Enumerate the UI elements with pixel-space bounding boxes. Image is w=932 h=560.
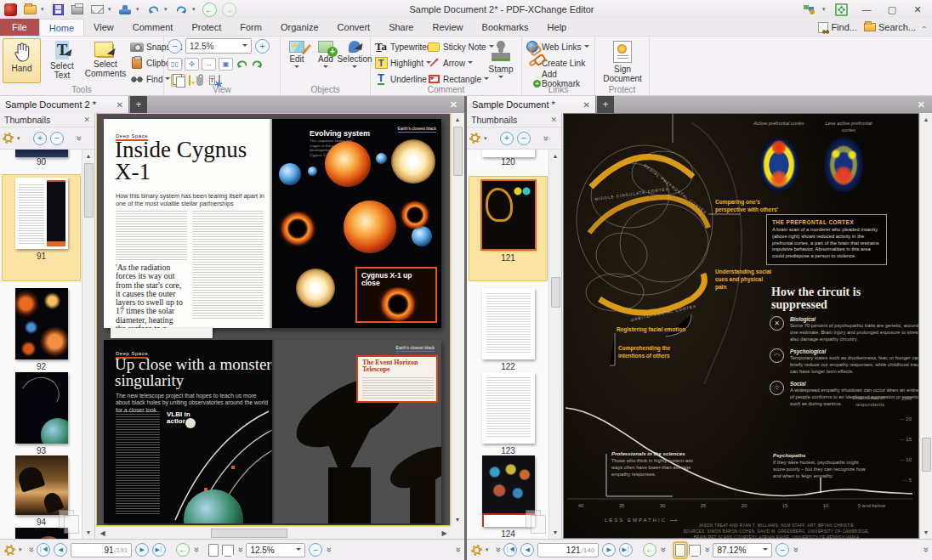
first-page-button[interactable]: ⏐◀	[503, 543, 517, 557]
thumbnails-more-chevron[interactable]: «	[541, 135, 549, 140]
status-chevron[interactable]: «	[702, 547, 711, 552]
tab-share[interactable]: Share	[379, 19, 423, 36]
minimize-button[interactable]: —	[854, 1, 879, 18]
scroll-down-arrow[interactable]: ▼	[82, 526, 94, 539]
save-button[interactable]	[49, 2, 66, 17]
redo-dropdown[interactable]: ▾	[192, 6, 198, 13]
fullscreen-button[interactable]	[828, 1, 854, 18]
status-zoom-out-button[interactable]: −	[309, 543, 322, 557]
thumbnail-item[interactable]: 92	[0, 288, 82, 371]
scroll-right-arrow[interactable]: ▶	[438, 529, 451, 537]
fit-visible-view-icon[interactable]: ▣	[219, 58, 233, 71]
status-options-dropdown[interactable]: ▾	[19, 546, 25, 553]
tab-close-icon[interactable]: ✕	[116, 100, 123, 110]
thumbnails-more-chevron[interactable]: «	[74, 135, 82, 140]
tab-comment[interactable]: Comment	[123, 19, 183, 36]
scroll-down-arrow[interactable]: ▼	[549, 526, 561, 539]
rotate-ccw-button[interactable]	[236, 58, 248, 71]
thumbnails-zoom-in-button[interactable]: +	[500, 132, 514, 145]
thumbnails-options-dropdown[interactable]: ▾	[484, 135, 490, 142]
page-93-thumbnail[interactable]	[15, 372, 68, 444]
properties-panel-icon[interactable]	[219, 76, 220, 85]
scroll-up-arrow[interactable]: ▲	[920, 113, 932, 126]
status-zoom-combo[interactable]: 12.5%	[246, 543, 305, 557]
ui-options-button[interactable]	[797, 1, 822, 18]
right-document-view[interactable]: MIDDLE CINGULATE CORTEX MEDIAL PREFRONTA…	[563, 113, 919, 539]
right-vertical-scrollbar[interactable]: ▲ ▼	[919, 113, 932, 539]
create-link-button[interactable]: Create Link	[526, 56, 585, 70]
selection-button[interactable]: Selection	[340, 38, 369, 83]
arrow-button[interactable]: Arrow	[427, 56, 473, 70]
navigate-forward-button[interactable]: →	[220, 2, 237, 17]
maximize-button[interactable]: ▢	[879, 1, 905, 18]
tab-help[interactable]: Help	[538, 19, 577, 36]
thumbnails-scrollbar[interactable]: ▲ ▼	[548, 150, 561, 539]
select-text-button[interactable]: T Select Text	[43, 38, 81, 83]
panel-close-icon[interactable]: ✕	[83, 116, 90, 124]
fit-width-icon[interactable]	[689, 545, 701, 555]
tab-protect[interactable]: Protect	[182, 19, 230, 36]
redo-button[interactable]	[173, 2, 190, 17]
tab-form[interactable]: Form	[230, 19, 271, 36]
tab-bookmarks[interactable]: Bookmarks	[473, 19, 538, 36]
pane-close-button[interactable]: ✕	[443, 96, 464, 113]
page-120-thumbnail[interactable]	[482, 150, 535, 157]
scroll-down-arrow[interactable]: ▼	[920, 526, 932, 539]
left-horizontal-scrollbar[interactable]: ◀ ▶	[96, 526, 451, 539]
open-button[interactable]	[21, 2, 38, 17]
next-page-button[interactable]: ▶	[602, 543, 616, 557]
thumbnails-options-dropdown[interactable]: ▾	[17, 135, 23, 142]
collapse-ribbon-button[interactable]: ‹	[920, 26, 929, 29]
highlight-button[interactable]: THighlight	[374, 56, 431, 70]
previous-view-button[interactable]: ←	[176, 543, 190, 557]
page-123-thumbnail[interactable]	[482, 372, 535, 444]
previous-page-button[interactable]: ◀	[520, 543, 534, 557]
find-button[interactable]: Find...	[818, 22, 857, 33]
fit-page-view-icon[interactable]: ✣	[185, 58, 199, 71]
scrollbar-thumb[interactable]	[453, 127, 463, 176]
scroll-left-arrow[interactable]: ◀	[96, 529, 109, 537]
status-chevron[interactable]: «	[453, 547, 462, 552]
left-vertical-scrollbar[interactable]: ▲ ▼	[451, 113, 463, 526]
thumbnails-zoom-out-button[interactable]: −	[517, 132, 531, 145]
tab-convert[interactable]: Convert	[328, 19, 380, 36]
email-dropdown[interactable]: ▾	[108, 6, 114, 13]
zoom-out-button[interactable]: −	[168, 39, 182, 54]
page-number-field[interactable]: 91/191	[71, 543, 132, 557]
hand-tool-button[interactable]: Hand	[3, 38, 41, 83]
add-object-button[interactable]: Add	[312, 38, 339, 83]
tab-view[interactable]: View	[84, 19, 123, 36]
thumbnail-item[interactable]: 123	[467, 372, 549, 455]
thumbnails-options-gear-icon[interactable]	[3, 133, 14, 144]
web-links-button[interactable]: Web Links	[526, 40, 589, 54]
status-chevron[interactable]: «	[791, 547, 799, 552]
new-tab-button[interactable]: +	[597, 96, 614, 113]
panel-close-icon[interactable]: ✕	[550, 116, 557, 124]
stamp-dropdown[interactable]: ▾	[136, 6, 142, 13]
rectangle-button[interactable]: Rectangle	[427, 72, 489, 86]
tab-organize[interactable]: Organize	[271, 19, 328, 36]
undo-dropdown[interactable]: ▾	[164, 6, 170, 13]
first-page-button[interactable]: ⏐◀	[37, 543, 50, 557]
fit-width-view-icon[interactable]: ↔	[202, 58, 216, 71]
scroll-up-arrow[interactable]: ▲	[82, 150, 94, 162]
page-layout-icon[interactable]	[208, 544, 219, 557]
underline-button[interactable]: TUnderline	[374, 72, 435, 86]
add-bookmark-button[interactable]: Add Bookmark	[526, 72, 594, 86]
pane-close-button[interactable]: ✕	[911, 96, 932, 113]
status-chevron[interactable]: «	[26, 547, 35, 552]
page-94-thumbnail[interactable]	[15, 455, 68, 515]
thumbnail-item-selected[interactable]: 121	[467, 181, 549, 263]
last-page-button[interactable]: ▶⏐	[152, 543, 166, 557]
last-page-button[interactable]: ▶⏐	[619, 543, 633, 557]
thumbnail-item[interactable]: 93	[0, 372, 82, 455]
scrollbar-thumb[interactable]	[84, 163, 94, 218]
ui-options-dropdown[interactable]: ▾	[822, 6, 828, 13]
thumbnail-item[interactable]: 122	[467, 288, 549, 371]
email-button[interactable]	[88, 2, 105, 17]
new-tab-button[interactable]: +	[130, 96, 147, 113]
thumbnails-scrollbar[interactable]: ▲ ▼	[82, 150, 94, 539]
status-chevron[interactable]: «	[493, 547, 502, 552]
status-chevron[interactable]: «	[236, 547, 244, 552]
status-options-gear-icon[interactable]	[471, 545, 482, 556]
